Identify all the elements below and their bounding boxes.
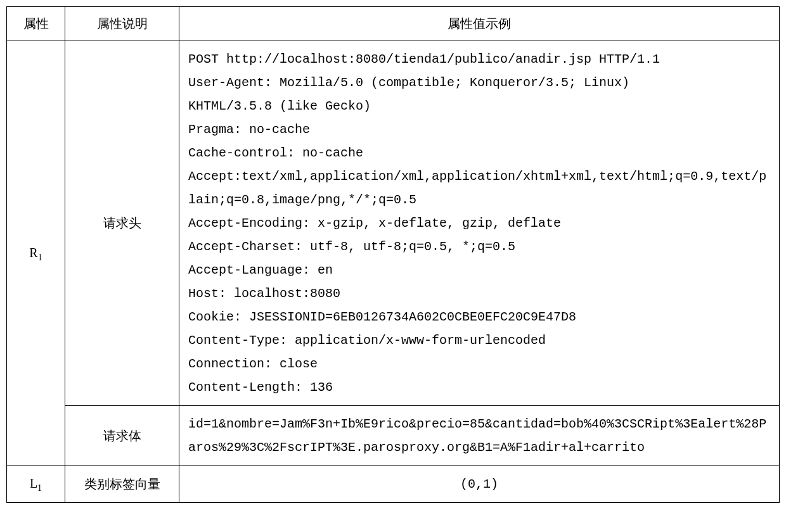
cell-l1-attr: L1 (7, 466, 65, 503)
row-l1: L1 类别标签向量 (0,1) (7, 466, 780, 503)
header-attr: 属性 (7, 7, 65, 41)
header-desc: 属性说明 (65, 7, 179, 41)
row-r1-header: R1 请求头 POST http://localhost:8080/tienda… (7, 41, 780, 406)
attribute-table: 属性 属性说明 属性值示例 R1 请求头 POST http://localho… (6, 6, 780, 503)
cell-r1-desc-header: 请求头 (65, 41, 179, 406)
row-r1-body: 请求体 id=1&nombre=Jam%F3n+Ib%E9rico&precio… (7, 406, 780, 466)
cell-r1-desc-body: 请求体 (65, 406, 179, 466)
cell-l1-desc: 类别标签向量 (65, 466, 179, 503)
cell-l1-example: (0,1) (179, 466, 780, 503)
cell-r1-example-body: id=1&nombre=Jam%F3n+Ib%E9rico&precio=85&… (179, 406, 780, 466)
cell-r1-attr: R1 (7, 41, 65, 466)
header-example: 属性值示例 (179, 7, 780, 41)
header-row: 属性 属性说明 属性值示例 (7, 7, 780, 41)
cell-r1-example-header: POST http://localhost:8080/tienda1/publi… (179, 41, 780, 406)
